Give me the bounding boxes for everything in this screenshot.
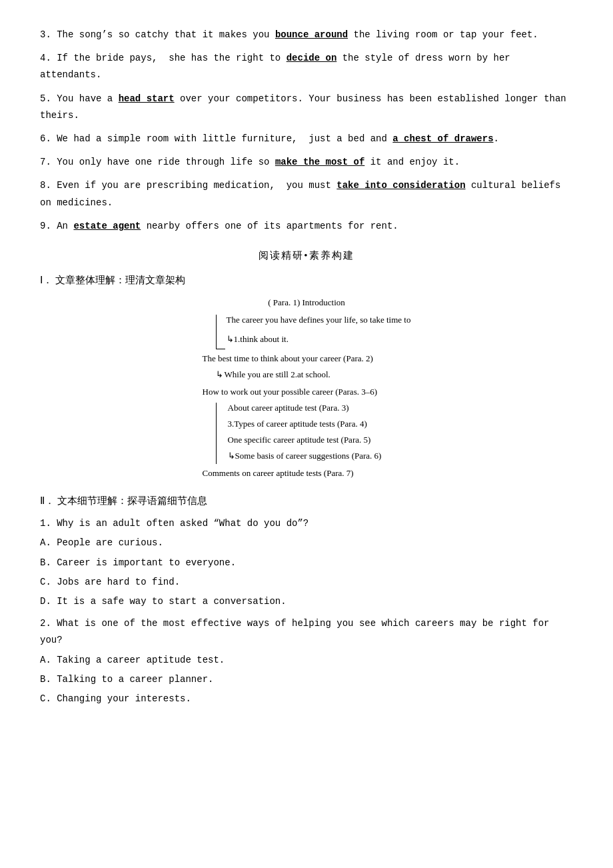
- sentence-7-before: You only have one ride through life so: [57, 157, 275, 167]
- tree-node-para3-sub2: 3.Types of career aptitude tests (Para. …: [227, 416, 382, 432]
- tree-node-para2: The best time to think about your career…: [203, 351, 411, 367]
- sentence-6-before: We had a simple room with little furnitu…: [57, 133, 392, 144]
- sentence-9-before: An: [57, 221, 73, 231]
- tree-node-para7: Comments on career aptitude tests (Para.…: [203, 465, 411, 481]
- sentence-4: 4. If the bride pays, she has the right …: [40, 50, 573, 83]
- question-2-text: 2. What is one of the most effective way…: [40, 615, 573, 649]
- sentence-6-number: 6.: [40, 133, 51, 144]
- sentence-4-before: If the bride pays, she has the right to: [57, 53, 286, 63]
- sentence-9-number: 9.: [40, 221, 51, 231]
- section1-title: Ⅰ． 文章整体理解：理清文章架构: [40, 271, 573, 289]
- tree-diagram: ( Para. 1) Introduction The career you h…: [40, 295, 573, 481]
- tree-node-intro: ( Para. 1) Introduction: [203, 295, 411, 311]
- sentence-3-underline: bounce around: [275, 29, 348, 40]
- sentence-9-underline: estate agent: [73, 221, 141, 231]
- q1-option-a: A. People are curious.: [40, 535, 573, 551]
- tree-node-para1-sub1: The career you have defines your life, s…: [227, 312, 411, 328]
- sentence-5-underline: head start: [119, 93, 175, 104]
- question-1: 1. Why is an adult often asked “What do …: [40, 515, 573, 610]
- sentence-5-number: 5.: [40, 93, 51, 104]
- q2-option-c: C. Changing your interests.: [40, 691, 573, 707]
- sentence-8-number: 8.: [40, 180, 51, 191]
- sentence-4-underline: decide on: [287, 53, 337, 63]
- tree-node-para3-sub1: About career aptitude test (Para. 3): [227, 400, 382, 416]
- tree-node-para1-sub2: ↳1.think about it.: [227, 331, 411, 347]
- sentence-6: 6. We had a simple room with little furn…: [40, 131, 573, 147]
- sentence-9: 9. An estate agent nearby offers one of …: [40, 218, 573, 235]
- sentence-4-number: 4.: [40, 53, 51, 63]
- q1-option-b: B. Career is important to everyone.: [40, 555, 573, 571]
- sentence-3-number: 3.: [40, 29, 51, 40]
- q2-option-a: A. Taking a career aptitude test.: [40, 652, 573, 669]
- sentence-6-underline: a chest of drawers: [392, 133, 493, 144]
- tree-node-para3-sub4: ↳Some basis of career suggestions (Para.…: [227, 448, 382, 464]
- sentence-7-number: 7.: [40, 157, 51, 167]
- sentence-8-underline: take into consideration: [336, 180, 465, 191]
- q2-option-b: B. Talking to a career planner.: [40, 671, 573, 688]
- sentence-7-underline: make the most of: [275, 157, 364, 167]
- sentence-8-before: Even if you are prescribing medication, …: [57, 180, 336, 191]
- question-1-text: 1. Why is an adult often asked “What do …: [40, 515, 573, 532]
- sentence-3: 3. The song’s so catchy that it makes yo…: [40, 27, 573, 43]
- q1-option-d: D. It is a safe way to start a conversat…: [40, 593, 573, 610]
- sentence-3-before: The song’s so catchy that it makes you: [57, 29, 275, 40]
- tree-node-para3-sub3: One specific career aptitude test (Para.…: [227, 432, 382, 448]
- sentence-7-after: it and enjoy it.: [364, 157, 460, 167]
- sentence-6-after: .: [494, 133, 499, 144]
- section2-title: Ⅱ． 文本细节理解：探寻语篇细节信息: [40, 492, 573, 510]
- sentence-5: 5. You have a head start over your compe…: [40, 91, 573, 124]
- sentence-3-after: the living room or tap your feet.: [348, 29, 538, 40]
- sentence-7: 7. You only have one ride through life s…: [40, 154, 573, 171]
- tree-node-para2-sub: While you are still 2.at school.: [225, 367, 330, 383]
- sentence-8: 8. Even if you are prescribing medicatio…: [40, 177, 573, 211]
- tree-node-para3-6: How to work out your possible career (Pa…: [203, 384, 411, 400]
- section-header: 阅读精研•素养构建: [40, 247, 573, 265]
- sentence-5-before: You have a: [57, 93, 118, 104]
- q1-option-c: C. Jobs are hard to find.: [40, 574, 573, 591]
- question-2: 2. What is one of the most effective way…: [40, 615, 573, 707]
- sentence-9-after: nearby offers one of its apartments for …: [141, 221, 398, 231]
